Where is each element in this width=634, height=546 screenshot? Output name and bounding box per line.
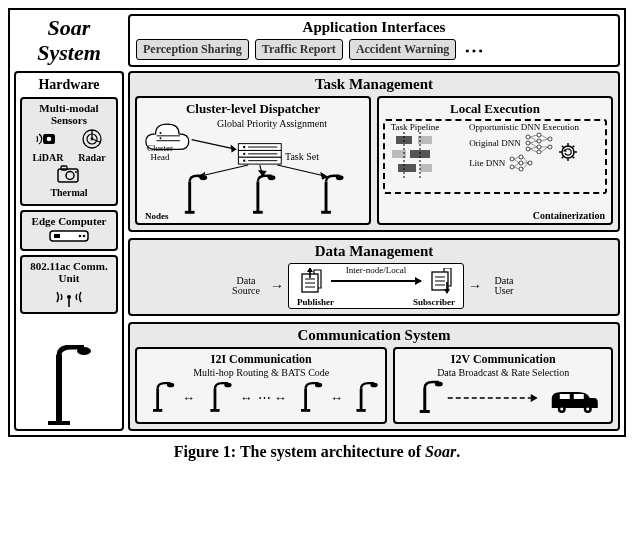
cluster-head-label: Cluster Head: [141, 144, 179, 163]
app-chip-accident-warning: Accident Warning: [349, 39, 456, 60]
svg-rect-37: [185, 211, 195, 214]
app-chip-traffic-report: Traffic Report: [255, 39, 343, 60]
app-more-ellipsis: ⋯: [462, 45, 484, 55]
svg-line-96: [572, 157, 574, 159]
svg-point-77: [510, 157, 514, 161]
svg-rect-8: [61, 166, 67, 170]
svg-point-127: [370, 383, 377, 388]
i2i-diagram: ↔ ↔ ⋯ ↔ ↔: [141, 380, 381, 414]
svg-marker-133: [531, 394, 538, 402]
svg-rect-128: [356, 409, 365, 412]
main-column: Task Management Cluster-level Dispatcher: [128, 71, 620, 431]
hardware-panel: Hardware Multi-modal Sensors: [14, 71, 124, 431]
svg-point-79: [519, 155, 523, 159]
svg-point-123: [315, 383, 322, 388]
original-dnn-icon: [523, 132, 555, 154]
application-interfaces-row: Perception Sharing Traffic Report Accide…: [136, 39, 612, 60]
svg-rect-40: [253, 211, 263, 214]
svg-point-64: [537, 150, 541, 154]
svg-point-63: [537, 145, 541, 149]
svg-line-85: [514, 163, 519, 167]
svg-point-42: [336, 175, 344, 180]
svg-line-76: [541, 147, 548, 152]
communication-system-title: Communication System: [135, 327, 613, 344]
svg-point-130: [435, 382, 443, 387]
original-dnn-label: Original DNN: [469, 138, 521, 148]
svg-line-48: [277, 165, 328, 177]
svg-point-22: [160, 132, 162, 134]
svg-rect-7: [58, 169, 78, 182]
svg-line-86: [514, 167, 519, 169]
svg-marker-34: [231, 145, 237, 153]
radar-icon: [80, 128, 104, 150]
svg-rect-55: [420, 164, 432, 172]
task-pipeline-icon: [390, 132, 440, 186]
i2i-box: I2I Communication Multi-hop Routing & BA…: [135, 347, 387, 424]
task-management-panel: Task Management Cluster-level Dispatcher: [128, 71, 620, 232]
lidar-icon: [35, 128, 61, 150]
svg-line-71: [530, 147, 537, 149]
svg-text:↔: ↔: [240, 390, 253, 405]
svg-rect-135: [574, 394, 584, 399]
svg-point-60: [526, 147, 530, 151]
svg-point-80: [519, 161, 523, 165]
svg-point-66: [548, 145, 552, 149]
hardware-title: Hardware: [20, 77, 118, 93]
svg-point-15: [67, 295, 71, 299]
svg-point-31: [243, 160, 245, 162]
svg-point-59: [526, 141, 530, 145]
arrow-icon: →: [468, 281, 482, 291]
svg-point-139: [587, 408, 590, 411]
svg-point-10: [75, 171, 77, 173]
svg-line-74: [541, 139, 548, 141]
svg-point-18: [77, 347, 91, 355]
svg-rect-124: [301, 409, 310, 412]
svg-line-73: [541, 135, 548, 139]
svg-rect-114: [153, 409, 162, 412]
svg-marker-111: [444, 289, 450, 294]
figure-caption: Figure 1: The system architecture of Soa…: [8, 443, 626, 461]
application-interfaces-title: Application Interfaces: [136, 19, 612, 36]
svg-point-6: [90, 138, 93, 141]
nodes-label: Nodes: [145, 211, 169, 221]
dispatcher-diagram: [141, 119, 365, 215]
svg-text:⋯: ⋯: [258, 390, 271, 405]
global-priority-label: Global Priority Assignment: [217, 118, 327, 129]
thermal-label: Thermal: [50, 187, 87, 198]
svg-point-39: [268, 175, 276, 180]
svg-text:↔: ↔: [183, 390, 196, 405]
data-user-label: Data User: [495, 275, 514, 297]
svg-line-89: [523, 163, 528, 169]
caption-name: Soar: [425, 443, 456, 460]
svg-marker-105: [307, 268, 313, 272]
svg-point-137: [561, 408, 564, 411]
svg-point-78: [510, 165, 514, 169]
svg-point-14: [83, 235, 86, 238]
svg-rect-12: [54, 234, 60, 238]
sensors-title: Multi-modal Sensors: [25, 102, 113, 126]
task-set-label: Task Set: [285, 151, 319, 162]
caption-prefix: Figure 1: The system architecture of: [174, 443, 425, 460]
sensors-box: Multi-modal Sensors: [20, 97, 118, 206]
comm-unit-box: 802.11ac Comm. Unit: [20, 255, 118, 314]
task-pipeline-label: Task Pipeline: [387, 123, 443, 132]
i2v-subtitle: Data Broadcast & Rate Selection: [399, 367, 607, 378]
svg-line-69: [530, 141, 537, 143]
i2i-subtitle: Multi-hop Routing & BATS Code: [141, 367, 381, 378]
edge-computer-box: Edge Computer: [20, 210, 118, 251]
svg-line-98: [572, 146, 574, 148]
svg-rect-131: [420, 410, 430, 413]
svg-line-83: [514, 157, 519, 159]
subscriber-label: Subscriber: [413, 297, 455, 307]
system-title: Soar System: [14, 14, 124, 67]
dispatcher-title: Cluster-level Dispatcher: [141, 101, 365, 117]
svg-point-58: [526, 135, 530, 139]
subscriber-icon: [429, 268, 453, 294]
svg-point-113: [167, 383, 174, 388]
communication-system-panel: Communication System I2I Communication M…: [128, 322, 620, 431]
svg-point-81: [519, 167, 523, 171]
inter-node-label: Inter-node/Local: [346, 265, 406, 275]
svg-line-84: [514, 159, 519, 163]
data-source-label: Data Source: [232, 275, 260, 297]
svg-line-33: [192, 140, 237, 150]
